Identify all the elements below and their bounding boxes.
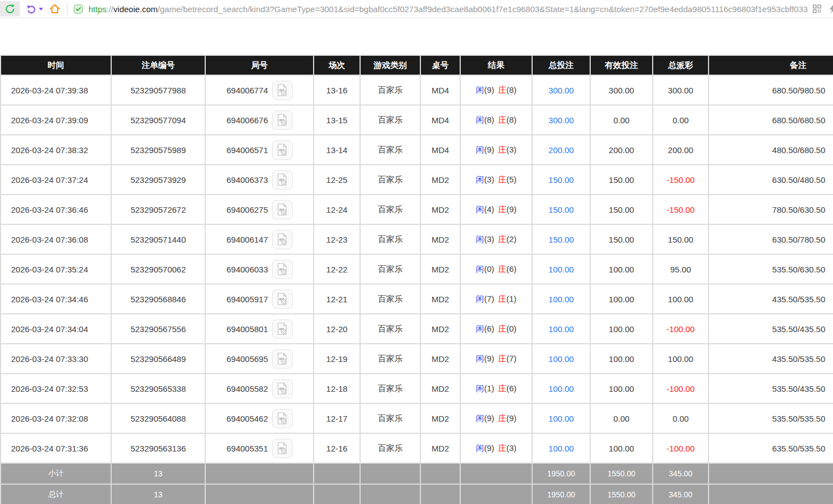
video-replay-button[interactable] [272, 230, 293, 249]
round-number: 694006147 [226, 235, 268, 244]
total-bet-cell: 100.00 [533, 255, 590, 284]
video-file-icon [276, 262, 288, 276]
qr-code-icon[interactable] [812, 4, 822, 14]
result-cell: 闲(0)庄(6) [461, 255, 532, 284]
table-header-row: 时间 注单编号 局号 场次 游戏类别 桌号 结果 总投注 有效投注 总派彩 备注 [1, 56, 833, 75]
result-cell: 闲(6)庄(0) [461, 314, 532, 343]
round-number-cell: 694006774 [206, 76, 313, 104]
bet-number-cell: 523290565338 [112, 374, 205, 403]
game-type-cell: 百家乐 [361, 344, 420, 373]
time-cell: 2026-03-24 07:33:30 [1, 344, 111, 373]
total-bet-cell: 300.00 [533, 76, 590, 104]
table-row: 2026-03-24 07:38:32 523290575989 6940065… [1, 135, 833, 164]
video-replay-button[interactable] [272, 319, 293, 339]
video-file-icon [276, 173, 288, 186]
result-banker-score: (0) [507, 324, 517, 333]
subtotal-empty-cell [421, 464, 460, 484]
result-player-label: 闲 [476, 384, 484, 393]
round-number-cell: 694005801 [206, 314, 313, 343]
result-cell: 闲(3)庄(5) [461, 165, 532, 194]
total-total-bet: 1950.00 [533, 485, 590, 504]
remark-cell: 680.50/980.50 [709, 76, 833, 104]
result-banker-label: 庄 [498, 294, 507, 303]
col-header-payout: 总派彩 [653, 56, 708, 75]
session-cell: 12-18 [314, 374, 360, 403]
security-shield-icon[interactable] [73, 4, 84, 14]
remark-cell: 535.50/535.50 [709, 404, 833, 433]
time-cell: 2026-03-24 07:34:46 [1, 285, 111, 313]
video-replay-button[interactable] [272, 111, 293, 130]
valid-bet-cell: 100.00 [591, 374, 652, 403]
table-number-cell: MD2 [421, 285, 460, 313]
result-banker-score: (6) [507, 264, 517, 274]
col-header-valid-bet: 有效投注 [591, 56, 652, 75]
video-replay-button[interactable] [272, 140, 293, 160]
video-replay-button[interactable] [272, 81, 293, 100]
url-scheme: https [88, 4, 107, 14]
result-banker-label: 庄 [498, 264, 507, 274]
round-number: 694005462 [226, 414, 268, 423]
undo-button[interactable] [23, 1, 46, 17]
remark-cell: 780.50/630.50 [709, 195, 833, 224]
result-cell: 闲(9)庄(3) [461, 434, 532, 463]
result-banker-label: 庄 [498, 443, 507, 453]
round-number-cell: 694005917 [206, 285, 313, 313]
video-replay-button[interactable] [272, 379, 293, 398]
total-bet-cell: 100.00 [533, 434, 590, 463]
result-player-score: (7) [484, 294, 494, 303]
result-banker-label: 庄 [498, 204, 507, 214]
remark-cell: 535.50/630.50 [709, 255, 833, 284]
table-row: 2026-03-24 07:33:30 523290566489 6940056… [1, 344, 833, 373]
table-number-cell: MD2 [421, 255, 460, 284]
time-cell: 2026-03-24 07:32:53 [1, 374, 111, 403]
subtotal-count: 13 [112, 464, 205, 484]
video-replay-button[interactable] [272, 290, 293, 309]
address-bar[interactable]: https://videoie.com/game/betrecord_searc… [73, 4, 808, 14]
col-header-total-bet: 总投注 [533, 56, 590, 75]
subtotal-row: 小计 13 1950.00 1550.00 345.00 [1, 464, 833, 484]
bet-number-cell: 523290577094 [112, 106, 205, 134]
payout-cell: 95.00 [653, 255, 708, 284]
lightning-icon[interactable] [827, 3, 833, 14]
total-empty-cell [709, 485, 833, 504]
video-replay-button[interactable] [272, 439, 293, 458]
video-replay-button[interactable] [272, 200, 293, 219]
result-banker-label: 庄 [498, 175, 507, 184]
game-type-cell: 百家乐 [361, 434, 420, 463]
result-player-score: (4) [484, 204, 494, 214]
home-icon [49, 3, 61, 15]
session-cell: 12-19 [314, 344, 360, 373]
game-type-cell: 百家乐 [361, 195, 420, 224]
valid-bet-cell: 100.00 [591, 344, 652, 373]
video-replay-button[interactable] [272, 349, 293, 369]
remark-cell: 535.50/435.50 [709, 374, 833, 403]
result-cell: 闲(8)庄(8) [461, 106, 532, 134]
valid-bet-cell: 150.00 [591, 165, 652, 194]
valid-bet-cell: 200.00 [591, 135, 652, 164]
result-banker-label: 庄 [498, 234, 507, 244]
payout-cell: 0.00 [653, 404, 708, 433]
result-player-score: (9) [484, 354, 494, 363]
round-number-cell: 694006373 [206, 165, 313, 194]
video-replay-button[interactable] [272, 260, 293, 279]
result-banker-label: 庄 [498, 324, 507, 333]
round-number: 694006571 [226, 145, 268, 155]
video-file-icon [276, 83, 288, 97]
session-cell: 12-24 [314, 195, 360, 224]
payout-cell: -100.00 [653, 374, 708, 403]
result-player-label: 闲 [476, 175, 484, 184]
video-replay-button[interactable] [272, 409, 293, 428]
video-replay-button[interactable] [272, 170, 293, 190]
valid-bet-cell: 100.00 [591, 255, 652, 284]
table-number-cell: MD2 [421, 344, 460, 373]
game-type-cell: 百家乐 [361, 374, 420, 403]
refresh-button[interactable] [0, 1, 20, 17]
session-cell: 12-23 [314, 225, 360, 254]
result-banker-score: (6) [507, 384, 517, 393]
video-file-icon [276, 352, 288, 365]
home-button[interactable] [46, 1, 64, 17]
video-file-icon [276, 233, 288, 246]
video-file-icon [276, 292, 288, 306]
round-number-cell: 694006275 [206, 195, 313, 224]
valid-bet-cell: 300.00 [591, 76, 652, 104]
